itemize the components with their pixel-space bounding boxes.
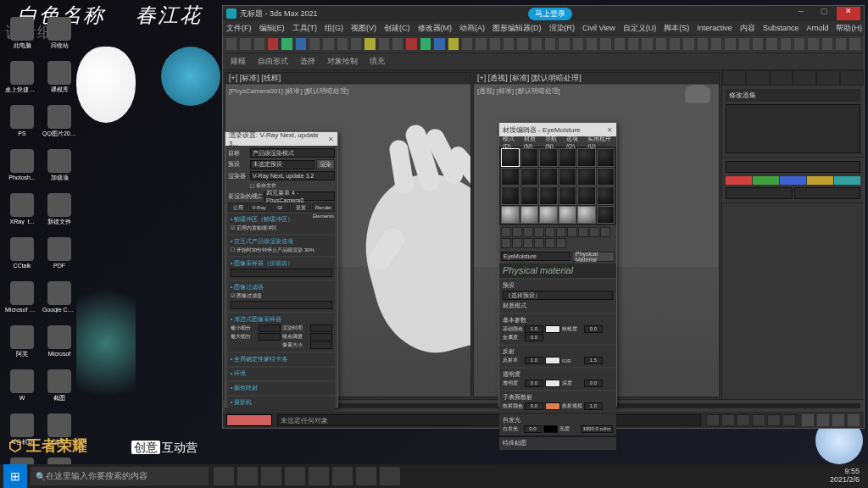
mat-tool-button[interactable] xyxy=(512,238,522,248)
menu-item[interactable]: 脚本(S) xyxy=(664,23,689,34)
material-slot[interactable] xyxy=(597,148,615,167)
nav-pan-icon[interactable] xyxy=(801,413,815,427)
menu-item[interactable]: Civil View xyxy=(582,24,615,32)
toolbar-button[interactable] xyxy=(655,37,667,51)
toolbar-button[interactable] xyxy=(253,37,265,51)
toolbar-button[interactable] xyxy=(821,37,833,51)
mat-menu-item[interactable]: 选项(O) xyxy=(566,135,582,149)
maximize-button[interactable]: ▢ xyxy=(813,7,837,20)
search-input[interactable]: 🔍 在这里输入你要搜索的内容 xyxy=(31,467,209,485)
desktop-icon[interactable]: Microsof xyxy=(42,325,77,366)
mat-tool-button[interactable] xyxy=(534,227,544,237)
material-editor-dialog[interactable]: 材质编辑器 - EyeMoisture✕ 模式(D)材质(M)导航(N)选项(O… xyxy=(498,122,617,407)
toolbar-button[interactable] xyxy=(849,37,860,51)
toolbar-button[interactable] xyxy=(586,37,598,51)
render-tab[interactable]: Render Elements xyxy=(312,202,335,212)
mat-tool-button[interactable] xyxy=(600,227,610,237)
menu-item[interactable]: 创建(C) xyxy=(384,23,410,34)
close-icon[interactable]: ✕ xyxy=(328,136,334,143)
material-slot[interactable] xyxy=(539,206,558,225)
toolbar-button[interactable] xyxy=(669,37,681,51)
toolbar-button[interactable] xyxy=(807,37,819,51)
render-title[interactable]: 渲染设置: V-Ray Next, update 3...✕ xyxy=(225,132,337,146)
toolbar-button[interactable] xyxy=(599,37,611,51)
menu-item[interactable]: 修改器(M) xyxy=(418,23,453,34)
menu-item[interactable]: Interactive xyxy=(697,24,732,32)
toolbar-button[interactable] xyxy=(322,37,334,51)
material-type-button[interactable]: Physical Material xyxy=(572,252,615,262)
taskbar-app[interactable] xyxy=(332,467,353,485)
toolbar-button[interactable] xyxy=(267,37,279,51)
material-slot[interactable] xyxy=(539,186,558,205)
mat-tool-button[interactable] xyxy=(545,227,555,237)
mat-tool-button[interactable] xyxy=(567,227,577,237)
taskbar-app[interactable] xyxy=(356,467,376,485)
material-slot[interactable] xyxy=(501,186,520,205)
toolbar-button[interactable] xyxy=(641,37,653,51)
toolbar-button[interactable] xyxy=(793,37,805,51)
toolbar-button[interactable] xyxy=(697,37,709,51)
render-tab[interactable]: V-Ray xyxy=(249,202,270,212)
material-slot[interactable] xyxy=(501,148,520,167)
mat-menu-item[interactable]: 导航(N) xyxy=(545,135,561,149)
menu-item[interactable]: 帮助(H) xyxy=(836,23,862,34)
viewport-dropdown[interactable]: 四元菜单 4 - PhysCamera0 xyxy=(264,191,335,201)
mat-menu-item[interactable]: 模式(D) xyxy=(503,135,519,149)
render-tab[interactable]: GI xyxy=(270,202,291,212)
mat-menu-item[interactable]: 材质(M) xyxy=(524,135,540,149)
toolbar-button[interactable] xyxy=(558,37,570,51)
toolbar-button[interactable] xyxy=(405,37,417,51)
toolbar-button[interactable] xyxy=(682,37,694,51)
toolbar-button[interactable] xyxy=(724,37,736,51)
titlebar[interactable]: 无标题 - 3ds Max 2021 马上登录 ─ ▢ ✕ xyxy=(223,6,864,21)
taskbar-app[interactable] xyxy=(380,467,400,485)
menu-item[interactable]: 工具(T) xyxy=(292,23,318,34)
desktop-icon[interactable]: PDF xyxy=(42,237,77,278)
mat-tool-button[interactable] xyxy=(556,227,566,237)
desktop-icon[interactable]: Microsof Edge xyxy=(4,281,40,322)
menu-item[interactable]: 组(G) xyxy=(325,23,343,34)
toolbar-button[interactable] xyxy=(710,37,722,51)
minimize-button[interactable]: ─ xyxy=(789,7,813,20)
desktop-icon[interactable]: 截图 xyxy=(42,369,77,410)
material-slot[interactable] xyxy=(597,206,615,225)
mat-menu[interactable]: 模式(D)材质(M)导航(N)选项(O)实用程序(U) xyxy=(499,136,616,147)
mat-tool-button[interactable] xyxy=(523,238,533,248)
toolbar-button[interactable] xyxy=(350,37,362,51)
toolbar-button[interactable] xyxy=(503,37,515,51)
close-icon[interactable]: ✕ xyxy=(607,126,613,134)
desktop-icon[interactable]: 裸模库 xyxy=(42,61,77,102)
nav-max-icon[interactable] xyxy=(847,413,860,427)
desktop-icon[interactable]: 阿芙 xyxy=(4,325,40,366)
material-slot[interactable] xyxy=(539,168,558,186)
material-slot[interactable] xyxy=(520,168,539,186)
desktop-icon[interactable]: 回收站 xyxy=(42,17,77,58)
toolbar-button[interactable] xyxy=(309,37,320,51)
command-tabs[interactable] xyxy=(722,70,864,86)
ribbon-tab[interactable]: 自由形式 xyxy=(253,56,293,67)
toolbar-button[interactable] xyxy=(627,37,639,51)
material-slot[interactable] xyxy=(559,168,577,186)
toolbar-button[interactable] xyxy=(531,37,542,51)
taskbar-app[interactable] xyxy=(214,467,234,485)
desktop-icon[interactable]: W xyxy=(4,369,40,410)
desktop-icon[interactable]: CCtalk xyxy=(4,237,40,278)
desktop-icon[interactable]: 新建文件 xyxy=(42,193,77,234)
mat-menu-item[interactable]: 实用程序(U) xyxy=(587,135,613,149)
menu-item[interactable]: 编辑(E) xyxy=(259,23,285,34)
taskbar-app[interactable] xyxy=(237,467,258,485)
color-tabs[interactable] xyxy=(726,176,860,185)
render-settings-dialog[interactable]: 渲染设置: V-Ray Next, update 3...✕ 目标产品级渲染模式… xyxy=(225,131,338,408)
mat-tool-button[interactable] xyxy=(501,227,511,237)
mat-tool-button[interactable] xyxy=(534,238,544,248)
toolbar-button[interactable] xyxy=(364,37,376,51)
ribbon-tab[interactable]: 选择 xyxy=(295,56,320,67)
command-panel[interactable]: 修改器集 xyxy=(721,70,864,399)
toolbar-button[interactable] xyxy=(738,37,750,51)
material-slot[interactable] xyxy=(559,206,577,225)
toolbar-button[interactable] xyxy=(378,37,390,51)
material-slot[interactable] xyxy=(597,186,615,205)
menu-item[interactable]: 视图(V) xyxy=(351,23,376,34)
toolbar-button[interactable] xyxy=(614,37,626,51)
start-button[interactable]: ⊞ xyxy=(3,464,27,488)
